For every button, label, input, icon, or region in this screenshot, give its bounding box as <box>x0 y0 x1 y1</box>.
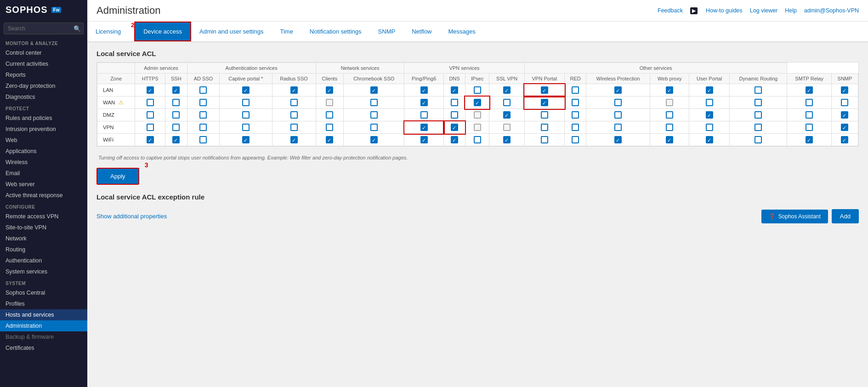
vpn-ssh[interactable] <box>165 121 187 134</box>
sidebar-item-current-activities[interactable]: Current activities <box>0 58 87 69</box>
sidebar-item-site-to-site-vpn[interactable]: Site-to-site VPN <box>0 222 87 233</box>
dmz-https[interactable] <box>135 109 165 121</box>
wan-ping[interactable] <box>404 97 444 109</box>
dmz-wireless[interactable] <box>586 109 650 121</box>
lan-snmp[interactable] <box>831 84 858 97</box>
wan-vpn-portal[interactable] <box>524 97 564 109</box>
wan-web-proxy[interactable] <box>650 97 689 109</box>
sidebar-item-rules-policies[interactable]: Rules and policies <box>0 113 87 124</box>
wan-clients[interactable] <box>316 97 343 109</box>
vpn-vpn-portal[interactable] <box>524 121 564 134</box>
vpn-dns[interactable] <box>444 121 465 134</box>
vpn-chromebook[interactable] <box>344 121 404 134</box>
sidebar-item-intrusion-prevention[interactable]: Intrusion prevention <box>0 124 87 135</box>
dmz-ssh[interactable] <box>165 109 187 121</box>
sidebar-item-network[interactable]: Network <box>0 233 87 244</box>
dmz-red[interactable] <box>565 109 586 121</box>
wan-red[interactable] <box>565 97 586 109</box>
sidebar-item-control-center[interactable]: Control center <box>0 47 87 58</box>
wifi-smtp[interactable] <box>787 134 831 146</box>
wifi-red[interactable] <box>565 134 586 146</box>
add-button[interactable]: Add <box>832 209 859 223</box>
lan-web-proxy[interactable] <box>650 84 689 97</box>
vpn-web-proxy[interactable] <box>650 121 689 134</box>
vpn-ping[interactable] <box>404 121 444 134</box>
wifi-user-portal[interactable] <box>689 134 730 146</box>
wan-chromebook[interactable] <box>344 97 404 109</box>
lan-chromebook[interactable] <box>344 84 404 97</box>
lan-smtp[interactable] <box>787 84 831 97</box>
sidebar-item-web-server[interactable]: Web server <box>0 179 87 190</box>
sidebar-item-wireless[interactable]: Wireless <box>0 157 87 168</box>
tab-time[interactable]: Time <box>272 22 301 41</box>
wifi-captive[interactable] <box>220 134 272 146</box>
sidebar-item-zero-day[interactable]: Zero-day protection <box>0 80 87 91</box>
dmz-ipsec[interactable] <box>465 109 489 121</box>
wan-https[interactable] <box>135 97 165 109</box>
wan-ad-sso[interactable] <box>187 97 220 109</box>
wifi-web-proxy[interactable] <box>650 134 689 146</box>
dmz-dns[interactable] <box>444 109 465 121</box>
sidebar-item-sophos-central[interactable]: Sophos Central <box>0 287 87 298</box>
wifi-dns[interactable] <box>444 134 465 146</box>
sidebar-item-authentication[interactable]: Authentication <box>0 255 87 266</box>
dmz-radius[interactable] <box>272 109 316 121</box>
wan-captive[interactable] <box>220 97 272 109</box>
lan-vpn-portal[interactable] <box>524 84 564 97</box>
wifi-chromebook[interactable] <box>344 134 404 146</box>
wan-dynamic[interactable] <box>730 97 787 109</box>
how-to-link[interactable]: How-to guides <box>706 7 743 14</box>
sidebar-item-remote-access-vpn[interactable]: Remote access VPN <box>0 211 87 222</box>
lan-ipsec[interactable] <box>465 84 489 97</box>
lan-user-portal[interactable] <box>689 84 730 97</box>
wifi-radius[interactable] <box>272 134 316 146</box>
search-input[interactable] <box>4 23 84 34</box>
vpn-captive[interactable] <box>220 121 272 134</box>
sidebar-item-system-services[interactable]: System services <box>0 266 87 277</box>
vpn-radius[interactable] <box>272 121 316 134</box>
lan-red[interactable] <box>565 84 586 97</box>
tab-snmp[interactable]: SNMP <box>370 22 404 41</box>
sidebar-item-administration[interactable]: Administration <box>0 320 87 331</box>
wifi-ssl-vpn[interactable] <box>489 134 524 146</box>
wan-radius[interactable] <box>272 97 316 109</box>
vpn-snmp[interactable] <box>831 121 858 134</box>
tab-device-access[interactable]: Device access <box>134 22 191 41</box>
sidebar-item-routing[interactable]: Routing <box>0 244 87 255</box>
apply-button[interactable]: Apply <box>96 168 139 185</box>
vpn-https[interactable] <box>135 121 165 134</box>
wifi-https[interactable] <box>135 134 165 146</box>
wan-ssl-vpn[interactable] <box>489 97 524 109</box>
wan-ipsec[interactable] <box>465 97 489 109</box>
lan-ssh[interactable] <box>165 84 187 97</box>
dmz-captive[interactable] <box>220 109 272 121</box>
tab-messages[interactable]: Messages <box>440 22 484 41</box>
lan-ssl-vpn[interactable] <box>489 84 524 97</box>
dmz-ssl-vpn[interactable] <box>489 109 524 121</box>
sidebar-item-web[interactable]: Web <box>0 135 87 146</box>
vpn-smtp[interactable] <box>787 121 831 134</box>
dmz-clients[interactable] <box>316 109 343 121</box>
sidebar-item-certificates[interactable]: Certificates <box>0 342 87 353</box>
dmz-ping[interactable] <box>404 109 444 121</box>
lan-wireless[interactable] <box>586 84 650 97</box>
tab-admin-user-settings[interactable]: Admin and user settings <box>191 22 272 41</box>
log-viewer-link[interactable]: Log viewer <box>750 7 777 14</box>
tab-netflow[interactable]: Netflow <box>403 22 440 41</box>
vpn-user-portal[interactable] <box>689 121 730 134</box>
dmz-ad-sso[interactable] <box>187 109 220 121</box>
wan-snmp[interactable] <box>831 97 858 109</box>
sophos-assistant-button[interactable]: ❓ Sophos Assistant <box>761 210 828 223</box>
sidebar-item-profiles[interactable]: Profiles <box>0 298 87 309</box>
dmz-smtp[interactable] <box>787 109 831 121</box>
dmz-vpn-portal[interactable] <box>524 109 564 121</box>
user-link[interactable]: admin@Sophos-VPN <box>804 7 859 14</box>
wifi-ping[interactable] <box>404 134 444 146</box>
sidebar-item-hosts-services[interactable]: Hosts and services <box>0 309 87 320</box>
wifi-wireless[interactable] <box>586 134 650 146</box>
lan-ad-sso[interactable] <box>187 84 220 97</box>
feedback-link[interactable]: Feedback <box>658 7 683 14</box>
dmz-web-proxy[interactable] <box>650 109 689 121</box>
wifi-clients[interactable] <box>316 134 343 146</box>
wifi-dynamic[interactable] <box>730 134 787 146</box>
